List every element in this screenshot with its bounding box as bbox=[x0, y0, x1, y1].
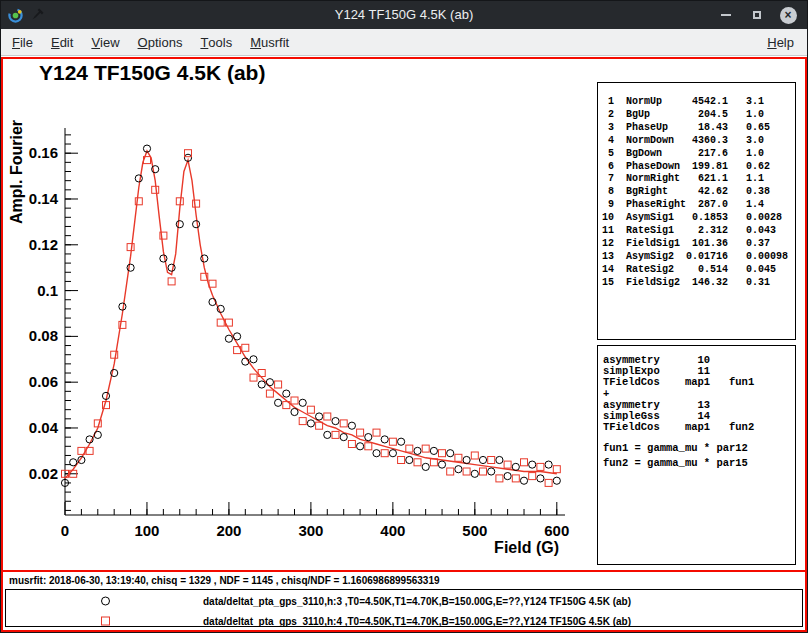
data-point bbox=[422, 445, 429, 452]
data-point bbox=[471, 452, 478, 459]
menu-item-options[interactable]: Options bbox=[129, 29, 192, 55]
data-point bbox=[234, 333, 241, 340]
data-point bbox=[348, 441, 355, 448]
close-button[interactable]: × bbox=[779, 6, 797, 24]
info-pad: musrfit: 2018-06-30, 13:19:40, chisq = 1… bbox=[3, 570, 805, 630]
theory-line: TFieldCos map1 fun2 bbox=[603, 422, 795, 433]
data-point bbox=[496, 475, 503, 482]
data-point bbox=[488, 457, 495, 464]
data-point bbox=[389, 438, 396, 445]
data-point bbox=[496, 456, 503, 463]
data-point bbox=[512, 475, 519, 482]
legend-label: data/deltat_pta_gps_3110,h:3 ,T0=4.50K,T… bbox=[203, 595, 631, 606]
data-point bbox=[479, 456, 486, 463]
parameter-row: 13 AsymSig2 0.01716 0.00098 bbox=[602, 251, 795, 264]
data-point bbox=[381, 450, 388, 457]
svg-text:500: 500 bbox=[462, 522, 487, 539]
data-point bbox=[365, 434, 372, 441]
menu-item-tools[interactable]: Tools bbox=[191, 29, 241, 55]
menu-item-musrfit[interactable]: Musrfit bbox=[241, 29, 298, 55]
app-icon bbox=[8, 8, 23, 23]
data-point bbox=[160, 255, 167, 262]
data-point bbox=[176, 221, 183, 228]
menu-accelerator: M bbox=[250, 35, 261, 50]
menu-accelerator: T bbox=[200, 35, 208, 50]
parameter-row: 4 NormDown 4360.3 3.0 bbox=[602, 135, 795, 148]
data-point bbox=[504, 461, 511, 468]
data-point bbox=[266, 390, 273, 397]
titlebar: Y124 TF150G 4.5K (ab) bbox=[1, 1, 807, 29]
menu-item-edit[interactable]: Edit bbox=[42, 29, 82, 55]
data-point bbox=[225, 335, 232, 342]
data-point bbox=[299, 418, 306, 425]
data-point bbox=[430, 447, 437, 454]
parameter-row: 11 RateSig1 2.312 0.043 bbox=[602, 225, 795, 238]
parameter-row: 14 RateSig2 0.514 0.045 bbox=[602, 264, 795, 277]
menubar: FileEditViewOptionsToolsMusrfit Help bbox=[1, 29, 807, 56]
data-point bbox=[127, 264, 134, 271]
data-point bbox=[242, 344, 249, 351]
minimize-icon bbox=[721, 14, 731, 16]
data-point bbox=[398, 457, 405, 464]
x-axis-title: Field (G) bbox=[494, 539, 559, 556]
data-point bbox=[283, 390, 290, 397]
data-point bbox=[529, 461, 536, 468]
data-point bbox=[521, 459, 528, 466]
data-point bbox=[553, 477, 560, 484]
theory-line: TFieldCos map1 fun1 bbox=[603, 377, 795, 388]
data-point bbox=[463, 456, 470, 463]
data-point bbox=[258, 381, 265, 388]
data-point bbox=[520, 477, 527, 484]
menu-accelerator: H bbox=[767, 35, 776, 50]
data-point bbox=[455, 466, 462, 473]
maximize-button[interactable] bbox=[748, 6, 766, 24]
data-point bbox=[480, 468, 487, 475]
svg-text:0.06: 0.06 bbox=[29, 373, 58, 390]
legend-entry: data/deltat_pta_gps_3110,h:3 ,T0=4.50K,T… bbox=[6, 591, 802, 610]
data-point bbox=[324, 413, 331, 420]
menu-item-file[interactable]: File bbox=[3, 29, 42, 55]
parameter-row: 5 BgDown 217.6 1.0 bbox=[602, 148, 795, 161]
parameter-list: 1 NormUp 4542.1 3.1 2 BgUp 204.5 1.0 3 P… bbox=[597, 82, 796, 340]
function-line: fun1 = gamma_mu * par12 bbox=[603, 443, 795, 454]
parameter-row: 6 PhaseDown 199.81 0.62 bbox=[602, 161, 795, 174]
menubar-right: Help bbox=[758, 29, 807, 55]
close-icon: × bbox=[780, 7, 797, 24]
data-point bbox=[348, 422, 355, 429]
data-point bbox=[365, 443, 372, 450]
root-canvas[interactable]: 0.020.040.060.080.10.120.140.16010020030… bbox=[1, 57, 807, 632]
data-point bbox=[545, 461, 552, 468]
data-point bbox=[406, 445, 413, 452]
application-window: Y124 TF150G 4.5K (ab) bbox=[0, 0, 808, 633]
data-point bbox=[389, 450, 396, 457]
series-square bbox=[62, 150, 561, 487]
data-point bbox=[127, 244, 134, 251]
data-point bbox=[455, 454, 462, 461]
data-point bbox=[266, 379, 273, 386]
data-point bbox=[94, 431, 101, 438]
data-point bbox=[504, 473, 511, 480]
titlebar-icons bbox=[1, 8, 44, 23]
data-point bbox=[512, 463, 519, 470]
legend-label: data/deltat_pta_gps_3110,h:4 ,T0=4.50K,T… bbox=[203, 615, 631, 626]
svg-text:300: 300 bbox=[298, 522, 323, 539]
plot-canvas[interactable]: 0.020.040.060.080.10.120.140.16010020030… bbox=[3, 59, 603, 570]
data-point bbox=[373, 429, 380, 436]
main-pad: 0.020.040.060.080.10.120.140.16010020030… bbox=[3, 59, 805, 570]
svg-text:0.16: 0.16 bbox=[29, 144, 58, 161]
menu-item-help[interactable]: Help bbox=[758, 29, 803, 55]
window-title: Y124 TF150G 4.5K (ab) bbox=[1, 1, 807, 29]
plot-title: Y124 TF150G 4.5K (ab) bbox=[39, 61, 265, 85]
svg-text:200: 200 bbox=[216, 522, 241, 539]
fit-info-line: musrfit: 2018-06-30, 13:19:40, chisq = 1… bbox=[9, 575, 440, 586]
parameter-row: 12 FieldSig1 101.36 0.37 bbox=[602, 238, 795, 251]
legend-box: data/deltat_pta_gps_3110,h:3 ,T0=4.50K,T… bbox=[5, 589, 803, 627]
menu-item-view[interactable]: View bbox=[82, 29, 128, 55]
data-point bbox=[332, 431, 339, 438]
data-point bbox=[275, 399, 282, 406]
theory-lines: asymmetry 10simplExpo 11TFieldCos map1 f… bbox=[597, 345, 796, 565]
data-point bbox=[447, 468, 454, 475]
data-point bbox=[381, 436, 388, 443]
data-point bbox=[373, 450, 380, 457]
minimize-button[interactable] bbox=[717, 6, 735, 24]
